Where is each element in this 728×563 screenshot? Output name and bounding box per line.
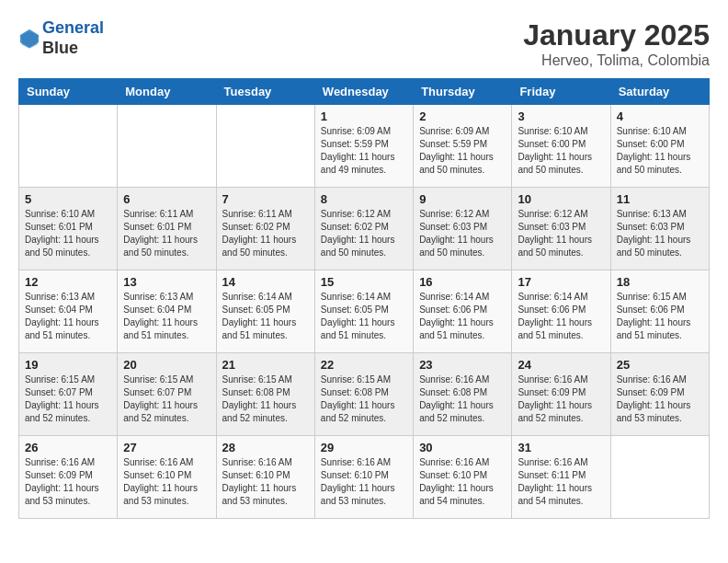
weekday-header-row: SundayMondayTuesdayWednesdayThursdayFrid…: [19, 79, 710, 105]
day-number: 3: [518, 109, 604, 123]
day-info: Sunrise: 6:15 AM Sunset: 6:08 PM Dayligh…: [222, 373, 309, 425]
day-number: 21: [222, 358, 309, 372]
week-row-5: 26Sunrise: 6:16 AM Sunset: 6:09 PM Dayli…: [19, 436, 710, 519]
day-info: Sunrise: 6:14 AM Sunset: 6:05 PM Dayligh…: [222, 291, 309, 342]
day-info: Sunrise: 6:09 AM Sunset: 5:59 PM Dayligh…: [419, 125, 506, 177]
calendar-cell: [118, 105, 216, 188]
calendar-cell: 24Sunrise: 6:16 AM Sunset: 6:09 PM Dayli…: [512, 353, 610, 436]
calendar-cell: 2Sunrise: 6:09 AM Sunset: 5:59 PM Daylig…: [414, 105, 512, 188]
day-number: 8: [321, 192, 407, 206]
day-info: Sunrise: 6:16 AM Sunset: 6:09 PM Dayligh…: [25, 456, 111, 508]
day-info: Sunrise: 6:14 AM Sunset: 6:06 PM Dayligh…: [518, 291, 604, 342]
calendar-cell: 30Sunrise: 6:16 AM Sunset: 6:10 PM Dayli…: [414, 436, 512, 519]
day-number: 25: [617, 358, 703, 372]
day-info: Sunrise: 6:12 AM Sunset: 6:03 PM Dayligh…: [518, 208, 604, 259]
calendar-cell: 26Sunrise: 6:16 AM Sunset: 6:09 PM Dayli…: [19, 436, 118, 519]
week-row-2: 5Sunrise: 6:10 AM Sunset: 6:01 PM Daylig…: [19, 188, 710, 270]
calendar-cell: 3Sunrise: 6:10 AM Sunset: 6:00 PM Daylig…: [512, 105, 610, 188]
title-block: January 2025 Herveo, Tolima, Colombia: [523, 18, 710, 69]
calendar-cell: 25Sunrise: 6:16 AM Sunset: 6:09 PM Dayli…: [610, 353, 709, 436]
calendar-cell: 21Sunrise: 6:15 AM Sunset: 6:08 PM Dayli…: [216, 353, 314, 436]
calendar-cell: 20Sunrise: 6:15 AM Sunset: 6:07 PM Dayli…: [118, 353, 216, 436]
calendar-cell: 14Sunrise: 6:14 AM Sunset: 6:05 PM Dayli…: [216, 270, 314, 353]
calendar-cell: 4Sunrise: 6:10 AM Sunset: 6:00 PM Daylig…: [610, 105, 709, 188]
day-info: Sunrise: 6:15 AM Sunset: 6:08 PM Dayligh…: [321, 373, 407, 425]
day-info: Sunrise: 6:11 AM Sunset: 6:01 PM Dayligh…: [123, 208, 210, 259]
location: Herveo, Tolima, Colombia: [523, 52, 710, 69]
calendar-cell: 19Sunrise: 6:15 AM Sunset: 6:07 PM Dayli…: [19, 353, 118, 436]
calendar-cell: 12Sunrise: 6:13 AM Sunset: 6:04 PM Dayli…: [19, 270, 118, 353]
calendar-cell: 9Sunrise: 6:12 AM Sunset: 6:03 PM Daylig…: [414, 188, 512, 270]
weekday-header-friday: Friday: [512, 79, 610, 105]
day-info: Sunrise: 6:16 AM Sunset: 6:08 PM Dayligh…: [419, 373, 506, 425]
logo-line2: Blue: [42, 39, 104, 59]
day-number: 30: [419, 441, 506, 454]
day-number: 16: [419, 275, 506, 289]
day-info: Sunrise: 6:16 AM Sunset: 6:10 PM Dayligh…: [123, 456, 210, 508]
day-number: 29: [321, 441, 407, 454]
day-info: Sunrise: 6:09 AM Sunset: 5:59 PM Dayligh…: [321, 125, 407, 177]
calendar-cell: 18Sunrise: 6:15 AM Sunset: 6:06 PM Dayli…: [610, 270, 709, 353]
week-row-1: 1Sunrise: 6:09 AM Sunset: 5:59 PM Daylig…: [19, 105, 710, 188]
day-info: Sunrise: 6:12 AM Sunset: 6:02 PM Dayligh…: [321, 208, 407, 259]
day-info: Sunrise: 6:10 AM Sunset: 6:00 PM Dayligh…: [518, 125, 604, 177]
calendar-cell: 5Sunrise: 6:10 AM Sunset: 6:01 PM Daylig…: [19, 188, 118, 270]
day-number: 1: [321, 109, 407, 123]
day-number: 5: [25, 192, 111, 206]
calendar-cell: 13Sunrise: 6:13 AM Sunset: 6:04 PM Dayli…: [118, 270, 216, 353]
day-info: Sunrise: 6:10 AM Sunset: 6:01 PM Dayligh…: [25, 208, 111, 259]
day-info: Sunrise: 6:11 AM Sunset: 6:02 PM Dayligh…: [222, 208, 309, 259]
calendar-cell: 29Sunrise: 6:16 AM Sunset: 6:10 PM Dayli…: [314, 436, 413, 519]
weekday-header-wednesday: Wednesday: [314, 79, 413, 105]
week-row-4: 19Sunrise: 6:15 AM Sunset: 6:07 PM Dayli…: [19, 353, 710, 436]
page-header: General Blue January 2025 Herveo, Tolima…: [18, 18, 710, 69]
calendar-cell: 23Sunrise: 6:16 AM Sunset: 6:08 PM Dayli…: [414, 353, 512, 436]
day-number: 17: [518, 275, 604, 289]
day-number: 15: [321, 275, 407, 289]
day-info: Sunrise: 6:16 AM Sunset: 6:10 PM Dayligh…: [222, 456, 309, 508]
day-number: 20: [123, 358, 210, 372]
calendar-cell: 16Sunrise: 6:14 AM Sunset: 6:06 PM Dayli…: [414, 270, 512, 353]
day-info: Sunrise: 6:16 AM Sunset: 6:11 PM Dayligh…: [518, 456, 604, 508]
day-number: 18: [617, 275, 703, 289]
calendar-cell: 22Sunrise: 6:15 AM Sunset: 6:08 PM Dayli…: [314, 353, 413, 436]
logo-text: General Blue: [42, 18, 104, 58]
day-number: 10: [518, 192, 604, 206]
day-info: Sunrise: 6:15 AM Sunset: 6:06 PM Dayligh…: [617, 291, 703, 342]
calendar-cell: [19, 105, 118, 188]
day-info: Sunrise: 6:16 AM Sunset: 6:09 PM Dayligh…: [518, 373, 604, 425]
day-number: 12: [25, 275, 111, 289]
day-number: 27: [123, 441, 210, 454]
logo-line1: General: [42, 18, 104, 37]
day-info: Sunrise: 6:13 AM Sunset: 6:04 PM Dayligh…: [123, 291, 210, 342]
day-info: Sunrise: 6:16 AM Sunset: 6:10 PM Dayligh…: [419, 456, 506, 508]
day-number: 4: [617, 109, 703, 123]
day-info: Sunrise: 6:13 AM Sunset: 6:03 PM Dayligh…: [617, 208, 703, 259]
day-number: 31: [518, 441, 604, 454]
day-number: 9: [419, 192, 506, 206]
day-info: Sunrise: 6:16 AM Sunset: 6:09 PM Dayligh…: [617, 373, 703, 425]
logo: General Blue: [18, 18, 104, 58]
month-title: January 2025: [523, 18, 710, 52]
day-number: 14: [222, 275, 309, 289]
calendar-cell: 27Sunrise: 6:16 AM Sunset: 6:10 PM Dayli…: [118, 436, 216, 519]
day-info: Sunrise: 6:13 AM Sunset: 6:04 PM Dayligh…: [25, 291, 111, 342]
logo-icon: [18, 28, 40, 50]
day-number: 11: [617, 192, 703, 206]
day-info: Sunrise: 6:12 AM Sunset: 6:03 PM Dayligh…: [419, 208, 506, 259]
calendar-cell: 7Sunrise: 6:11 AM Sunset: 6:02 PM Daylig…: [216, 188, 314, 270]
day-number: 13: [123, 275, 210, 289]
weekday-header-thursday: Thursday: [414, 79, 512, 105]
weekday-header-tuesday: Tuesday: [216, 79, 314, 105]
calendar-table: SundayMondayTuesdayWednesdayThursdayFrid…: [18, 78, 710, 519]
calendar-cell: 8Sunrise: 6:12 AM Sunset: 6:02 PM Daylig…: [314, 188, 413, 270]
weekday-header-monday: Monday: [118, 79, 216, 105]
day-number: 22: [321, 358, 407, 372]
day-number: 23: [419, 358, 506, 372]
calendar-cell: 6Sunrise: 6:11 AM Sunset: 6:01 PM Daylig…: [118, 188, 216, 270]
weekday-header-saturday: Saturday: [610, 79, 709, 105]
day-info: Sunrise: 6:15 AM Sunset: 6:07 PM Dayligh…: [25, 373, 111, 425]
calendar-cell: 1Sunrise: 6:09 AM Sunset: 5:59 PM Daylig…: [314, 105, 413, 188]
day-info: Sunrise: 6:15 AM Sunset: 6:07 PM Dayligh…: [123, 373, 210, 425]
calendar-cell: 31Sunrise: 6:16 AM Sunset: 6:11 PM Dayli…: [512, 436, 610, 519]
